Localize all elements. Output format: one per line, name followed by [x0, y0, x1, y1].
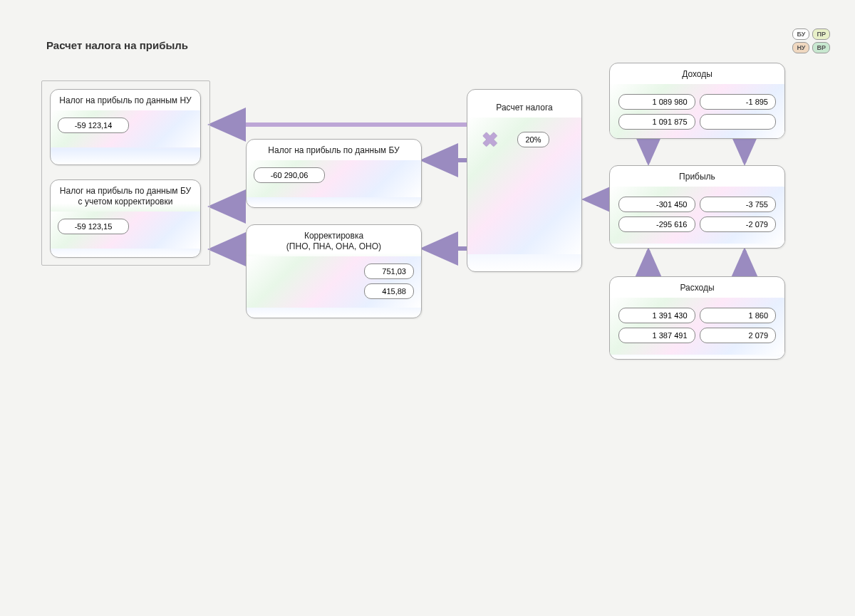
legend-vr: ВР [812, 42, 830, 53]
card-body: 1 391 430 1 860 1 387 491 2 079 [610, 298, 784, 355]
card-correction[interactable]: Корректировка (ПНО, ПНА, ОНА, ОНО) 751,0… [246, 224, 422, 318]
pill-pr: 1 860 [700, 308, 777, 323]
page-title: Расчет налога на прибыль [46, 39, 188, 51]
multiply-icon: ✖ [482, 130, 498, 150]
value-pill-1: 751,03 [364, 263, 414, 279]
pill-bu: -301 450 [618, 197, 695, 212]
legend-bu: БУ [792, 28, 809, 40]
card-body: ✖ 20% [467, 118, 581, 254]
card-bu-corrected[interactable]: Налог на прибыль по данным БУ с учетом к… [50, 179, 201, 258]
card-header: Налог на прибыль по данным НУ [51, 90, 200, 110]
pill-pr: -1 895 [700, 94, 777, 110]
pill-pr: -3 755 [700, 197, 777, 212]
pill-vr: 2 079 [700, 328, 777, 343]
value-pill: -59 123,14 [58, 118, 129, 133]
legend: БУ ПР НУ ВР [792, 28, 830, 53]
pill-nu: -295 616 [618, 216, 695, 232]
pill-vr [700, 114, 777, 130]
value-pill: -60 290,06 [254, 167, 325, 183]
card-body: 1 089 980 -1 895 1 091 875 [610, 84, 784, 139]
card-bu-tax[interactable]: Налог на прибыль по данным БУ -60 290,06 [246, 139, 422, 208]
pill-nu: 1 387 491 [618, 328, 695, 343]
pill-nu: 1 091 875 [618, 114, 695, 130]
legend-nu: НУ [792, 42, 809, 53]
card-body: -59 123,14 [51, 110, 200, 147]
card-header: Корректировка (ПНО, ПНА, ОНА, ОНО) [247, 225, 421, 256]
card-nu-tax[interactable]: Налог на прибыль по данным НУ -59 123,14 [50, 89, 201, 165]
card-header: Расчет налога [467, 90, 581, 118]
rate-pill: 20% [517, 132, 549, 147]
value-pill-2: 415,88 [364, 283, 414, 299]
diagram-canvas: Расчет налога на прибыль БУ ПР НУ ВР [0, 0, 855, 616]
legend-pr: ПР [812, 28, 830, 40]
card-body: 751,03 415,88 [247, 256, 421, 308]
card-header: Доходы [610, 63, 784, 84]
card-body: -59 123,15 [51, 212, 200, 249]
pill-vr: -2 079 [700, 216, 777, 232]
card-expenses[interactable]: Расходы 1 391 430 1 860 1 387 491 2 079 [609, 276, 785, 360]
card-income[interactable]: Доходы 1 089 980 -1 895 1 091 875 [609, 63, 785, 139]
value-pill: -59 123,15 [58, 219, 129, 234]
card-profit[interactable]: Прибыль -301 450 -3 755 -295 616 -2 079 [609, 165, 785, 249]
pill-bu: 1 089 980 [618, 94, 695, 110]
card-calc[interactable]: Расчет налога ✖ 20% [467, 89, 582, 272]
card-header: Расходы [610, 277, 784, 298]
card-header: Налог на прибыль по данным БУ с учетом к… [51, 180, 200, 212]
card-header: Прибыль [610, 166, 784, 187]
card-header: Налог на прибыль по данным БУ [247, 140, 421, 160]
card-body: -60 290,06 [247, 160, 421, 197]
card-body: -301 450 -3 755 -295 616 -2 079 [610, 187, 784, 244]
pill-bu: 1 391 430 [618, 308, 695, 323]
